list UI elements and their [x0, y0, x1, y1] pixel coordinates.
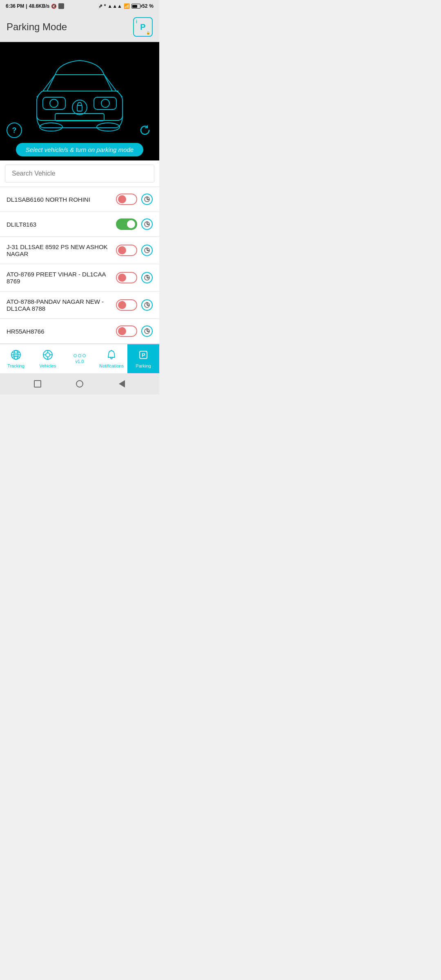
svg-point-29	[145, 329, 149, 334]
time-display: 6:36 PM	[6, 3, 24, 9]
status-left: 6:36 PM | 48.6KB/s 🔇	[6, 3, 64, 9]
vehicles-icon	[42, 350, 53, 362]
vehicle-item-5: ATO-8788-PANDAV NAGAR NEW - DL1CAA 8788	[0, 292, 159, 319]
search-input[interactable]	[5, 165, 154, 183]
home-button[interactable]	[75, 379, 85, 389]
back-button[interactable]	[117, 379, 127, 389]
nav-notifications[interactable]: Notifications	[96, 344, 127, 373]
vehicle-toggle-2[interactable]	[116, 218, 137, 230]
schedule-button-1[interactable]	[141, 194, 153, 205]
app-header: Parking Mode i P 🔒	[0, 12, 159, 42]
schedule-button-4[interactable]	[141, 272, 153, 283]
vehicle-item-2: DLILT8163	[0, 212, 159, 237]
vehicle-toggle-5[interactable]	[116, 299, 137, 311]
nav-v1-label: v1.0	[76, 359, 84, 364]
parking-logo[interactable]: i P 🔒	[133, 17, 153, 37]
svg-line-22	[147, 250, 148, 251]
signal-icon: ▲▲▲	[107, 3, 122, 9]
parking-nav-icon: P	[138, 350, 149, 362]
vehicle-list: DL1SAB6160 NORTH ROHINI DLILT8163	[0, 187, 159, 344]
search-container	[0, 160, 159, 187]
app-title: Parking Mode	[7, 21, 67, 33]
vehicle-name-5: ATO-8788-PANDAV NAGAR NEW - DL1CAA 8788	[7, 298, 116, 312]
nav-tracking[interactable]: Tracking	[0, 344, 32, 373]
recents-button[interactable]	[33, 379, 42, 389]
schedule-button-2[interactable]	[141, 218, 153, 230]
svg-rect-8	[77, 105, 82, 111]
network-speed-val: 48.6KB/s	[29, 3, 50, 9]
svg-line-19	[147, 224, 148, 225]
nav-v1[interactable]: v1.0	[64, 344, 96, 373]
vehicle-toggle-6[interactable]	[116, 325, 137, 337]
svg-line-28	[147, 305, 148, 306]
status-right: ⇗ * ▲▲▲ 📶 52%	[98, 3, 154, 9]
battery-fill	[132, 5, 137, 8]
svg-point-36	[46, 353, 50, 357]
network-speed: |	[26, 3, 27, 9]
svg-point-9	[40, 123, 62, 131]
vehicle-name-6: HR55AH8766	[7, 328, 116, 335]
svg-point-10	[97, 123, 120, 131]
vehicle-name-2: DLILT8163	[7, 221, 116, 228]
logo-p: P	[140, 22, 145, 32]
nav-tracking-label: Tracking	[7, 363, 24, 368]
svg-point-3	[50, 99, 58, 107]
car-illustration	[0, 50, 159, 140]
instruction-label: Select vehicle/s & turn on parking mode	[16, 143, 143, 156]
svg-line-16	[147, 199, 148, 200]
svg-point-20	[145, 248, 149, 253]
vehicle-item-1: DL1SAB6160 NORTH ROHINI	[0, 187, 159, 212]
svg-text:P: P	[142, 352, 145, 358]
vehicle-name-1: DL1SAB6160 NORTH ROHINI	[7, 196, 116, 203]
svg-line-31	[147, 331, 148, 332]
mute-icon: 🔇	[51, 4, 57, 9]
schedule-button-3[interactable]	[141, 245, 153, 256]
vehicle-item-6: HR55AH8766	[0, 319, 159, 344]
svg-line-12	[117, 91, 122, 97]
home-icon	[76, 380, 83, 388]
nav-notifications-label: Notifications	[99, 363, 124, 368]
battery-icon	[131, 4, 140, 9]
help-button[interactable]: ?	[7, 122, 22, 138]
vehicle-name-3: J-31 DL1SAE 8592 PS NEW ASHOK NAGAR	[7, 243, 116, 257]
vehicle-name-4: ATO-8769 PREET VIHAR - DL1CAA 8769	[7, 271, 116, 285]
svg-line-0	[43, 75, 55, 91]
schedule-button-5[interactable]	[141, 299, 153, 311]
toggle-thumb-3	[118, 246, 126, 254]
toggle-thumb-5	[118, 301, 126, 309]
logo-i: i	[136, 20, 137, 24]
dots-icon	[74, 354, 86, 357]
nav-vehicles[interactable]: Vehicles	[32, 344, 64, 373]
svg-line-1	[104, 75, 116, 91]
vehicle-controls-4	[116, 272, 153, 283]
vehicle-toggle-3[interactable]	[116, 245, 137, 256]
svg-point-5	[101, 99, 109, 107]
vehicle-toggle-4[interactable]	[116, 272, 137, 283]
tracking-icon	[11, 350, 21, 362]
vehicle-controls-1	[116, 194, 153, 205]
svg-point-17	[145, 222, 149, 227]
bell-icon	[106, 350, 117, 362]
nav-vehicles-label: Vehicles	[40, 363, 56, 368]
vehicle-item-3: J-31 DL1SAE 8592 PS NEW ASHOK NAGAR	[0, 237, 159, 264]
toggle-thumb-6	[118, 327, 126, 335]
vehicle-controls-5	[116, 299, 153, 311]
bluetooth-icon: *	[104, 3, 106, 9]
nav-parking-label: Parking	[136, 363, 151, 368]
bottom-nav: Tracking Vehicles v1.0	[0, 344, 159, 373]
schedule-button-6[interactable]	[141, 325, 153, 337]
svg-point-26	[145, 303, 149, 307]
svg-point-14	[145, 197, 149, 202]
vehicle-controls-6	[116, 325, 153, 337]
car-section: ? Select vehicle/s & turn on parking mod…	[0, 42, 159, 160]
vehicle-toggle-1[interactable]	[116, 194, 137, 205]
toggle-thumb-2	[127, 220, 135, 228]
status-bar: 6:36 PM | 48.6KB/s 🔇 ⇗ * ▲▲▲ 📶 52%	[0, 0, 159, 12]
toggle-thumb-1	[118, 195, 126, 203]
toggle-thumb-4	[118, 274, 126, 282]
svg-point-23	[145, 275, 149, 280]
vehicle-item-4: ATO-8769 PREET VIHAR - DL1CAA 8769	[0, 264, 159, 292]
refresh-button[interactable]	[137, 122, 153, 138]
back-icon	[119, 380, 125, 388]
nav-parking[interactable]: P Parking	[127, 344, 159, 373]
